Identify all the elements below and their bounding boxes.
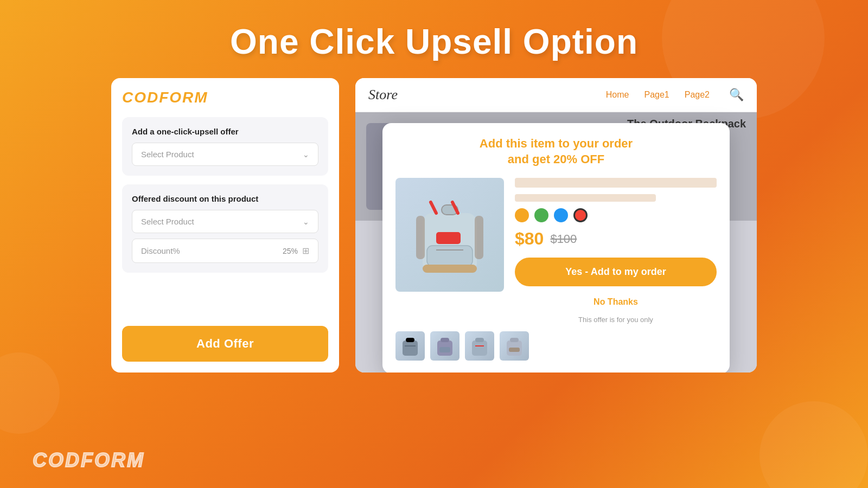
svg-rect-10 xyxy=(403,341,418,356)
color-option-orange[interactable] xyxy=(515,208,529,222)
thumb-backpack-3 xyxy=(468,334,492,358)
nav-link-page2[interactable]: Page2 xyxy=(685,90,710,100)
backpack-illustration xyxy=(406,186,493,284)
color-option-red[interactable] xyxy=(573,208,588,222)
form-content: CODFORM Add a one-click-upsell offer Sel… xyxy=(122,89,328,281)
select-product-placeholder-1: Select Product xyxy=(141,150,194,159)
chevron-down-icon-1: ⌄ xyxy=(303,150,309,159)
stepper-icon[interactable]: ⊞ xyxy=(302,246,309,256)
no-thanks-link[interactable]: No Thanks xyxy=(515,297,717,307)
offer-note: This offer is for you only xyxy=(515,316,717,324)
thumbnail-1[interactable] xyxy=(395,331,425,361)
thumb-backpack-1 xyxy=(398,334,422,358)
yes-add-to-order-button[interactable]: Yes - Add to my order xyxy=(515,258,717,286)
nav-link-page1[interactable]: Page1 xyxy=(644,90,669,100)
svg-rect-6 xyxy=(475,216,483,259)
discount-field-label: Discount% xyxy=(141,246,180,255)
popup-product-image xyxy=(395,178,504,292)
svg-rect-21 xyxy=(509,348,520,352)
detail-bar-2 xyxy=(515,194,656,202)
store-nav: Store Home Page1 Page2 🔍 xyxy=(355,78,757,112)
panels-container: CODFORM Add a one-click-upsell offer Sel… xyxy=(0,78,868,373)
price-old: $100 xyxy=(550,232,577,246)
thumb-backpack-4 xyxy=(502,334,526,358)
upsell-offer-label: Add a one-click-upsell offer xyxy=(132,127,318,136)
admin-form-panel: CODFORM Add a one-click-upsell offer Sel… xyxy=(111,78,339,373)
color-option-blue[interactable] xyxy=(554,208,568,222)
svg-rect-7 xyxy=(423,265,477,273)
select-product-dropdown-2[interactable]: Select Product ⌄ xyxy=(132,210,318,233)
svg-rect-3 xyxy=(427,246,473,266)
page-title: One Click Upsell Option xyxy=(0,0,868,78)
svg-rect-20 xyxy=(510,338,519,342)
codform-logo: CODFORM xyxy=(122,89,328,106)
thumb-backpack-2 xyxy=(433,334,457,358)
popup-details: $80 $100 Yes - Add to my order No Thanks… xyxy=(515,178,717,324)
bg-decoration-2 xyxy=(760,401,868,488)
store-preview-panel: Store Home Page1 Page2 🔍 The Outdoor Bac… xyxy=(355,78,757,373)
thumbnail-strip xyxy=(395,331,717,361)
price-row: $80 $100 xyxy=(515,229,717,249)
thumbnail-2[interactable] xyxy=(430,331,459,361)
svg-rect-17 xyxy=(475,338,484,342)
thumbnail-4[interactable] xyxy=(500,331,529,361)
upsell-popup: Add this item to your orderand get 20% O… xyxy=(382,123,730,373)
select-product-placeholder-2: Select Product xyxy=(141,217,194,226)
svg-rect-14 xyxy=(441,338,449,342)
add-offer-button[interactable]: Add Offer xyxy=(122,326,328,362)
popup-title: Add this item to your orderand get 20% O… xyxy=(395,136,717,167)
discount-row: Discount% 25% ⊞ xyxy=(132,239,318,263)
nav-links: Home Page1 Page2 xyxy=(606,90,710,100)
discount-value: 25% xyxy=(283,247,298,255)
store-content: The Outdoor Backpack Add this item to yo… xyxy=(355,112,757,373)
svg-rect-15 xyxy=(439,347,450,352)
discount-section: Offered discount on this product Select … xyxy=(122,184,328,273)
color-options xyxy=(515,208,717,222)
svg-rect-2 xyxy=(436,232,461,244)
discount-value-group: 25% ⊞ xyxy=(283,246,309,256)
search-icon[interactable]: 🔍 xyxy=(729,88,744,102)
svg-rect-5 xyxy=(416,216,425,259)
chevron-down-icon-2: ⌄ xyxy=(303,217,309,226)
svg-line-8 xyxy=(431,202,436,213)
svg-rect-16 xyxy=(472,341,487,356)
popup-body: $80 $100 Yes - Add to my order No Thanks… xyxy=(395,178,717,324)
select-product-dropdown-1[interactable]: Select Product ⌄ xyxy=(132,143,318,166)
upsell-offer-section: Add a one-click-upsell offer Select Prod… xyxy=(122,117,328,176)
discount-label: Offered discount on this product xyxy=(132,194,318,203)
store-logo: Store xyxy=(368,87,595,103)
nav-link-home[interactable]: Home xyxy=(606,90,629,100)
detail-bar-1 xyxy=(515,178,717,188)
thumbnail-3[interactable] xyxy=(465,331,494,361)
watermark-logo: CODFORM xyxy=(33,449,145,472)
price-new: $80 xyxy=(515,229,544,249)
color-option-green[interactable] xyxy=(534,208,548,222)
svg-rect-11 xyxy=(406,338,414,342)
